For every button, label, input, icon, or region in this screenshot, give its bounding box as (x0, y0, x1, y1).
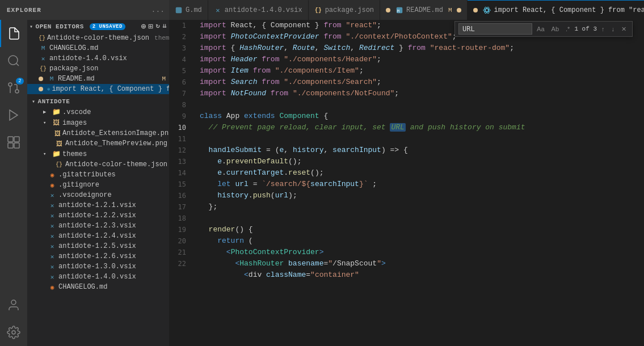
tab-vsix[interactable]: ✕ antidote-1.4.0.vsix (208, 0, 309, 20)
antidote-section-label: ANTIDOTE (38, 98, 70, 105)
changelog-bottom-item[interactable]: ◉ CHANGELOG.md (27, 282, 169, 292)
code-content[interactable]: import React, { Component } from "react"… (195, 20, 644, 346)
vscodeignore-label: .vscodeignore (58, 191, 112, 199)
vsix-140-item[interactable]: ✕ antidote-1.4.0.vsix (27, 272, 169, 282)
run-activity-icon[interactable] (0, 102, 27, 129)
open-editors-header[interactable]: ▾ OPEN EDITORS 2 UNSAVED ⊕ ⊞ ↻ ⇊ (27, 20, 169, 33)
case-sensitive-btn[interactable]: Aa (534, 24, 546, 33)
vsix-icon-123: ✕ (48, 222, 57, 230)
line-num-11: 11 (169, 133, 195, 145)
line-num-9: 9 (169, 111, 195, 122)
vsix-icon-121: ✕ (48, 202, 57, 209)
code-editor[interactable]: 1 2 3 4 5 6 7 8 9 10 11 12 13 14 15 16 1 (169, 20, 644, 346)
antidote-section-header[interactable]: ▾ ANTIDOTE (27, 96, 169, 107)
vsix-124-item[interactable]: ✕ antidote-1.2.4.vsix (27, 231, 169, 241)
tab-g-md[interactable]: G.md (169, 0, 208, 20)
folder-images-icon: 🖼 (52, 119, 61, 127)
code-line-1: import React, { Component } from "react"… (200, 21, 381, 29)
find-prev-btn[interactable]: ↑ (599, 24, 607, 33)
open-editor-item-2[interactable]: ✕ antidote-1.4.0.vsix (27, 53, 169, 64)
open-editors-label: OPEN EDITORS (36, 23, 84, 30)
regex-btn[interactable]: .* (563, 24, 572, 33)
tab-g-md-label: G.md (186, 6, 202, 14)
vsix-123-label: antidote-1.2.3.vsix (58, 222, 136, 230)
line-num-20: 20 (169, 235, 195, 247)
tab-active-icon (483, 6, 491, 14)
vsix-121-item[interactable]: ✕ antidote-1.2.1.vsix (27, 200, 169, 210)
line-num-7: 7 (169, 88, 195, 99)
themes-label: themes (62, 150, 87, 158)
extension-image-item[interactable]: 🖼 Antidote_ExtensionImage.png (27, 128, 169, 138)
new-folder-icon[interactable]: ⊞ (149, 22, 154, 31)
git-icon-ignore: ◉ (48, 182, 57, 189)
find-close-btn[interactable]: ✕ (619, 24, 629, 34)
open-editor-item-1[interactable]: M CHANGELOG.md (27, 43, 169, 53)
tab-readme[interactable]: M README.md M (380, 0, 468, 20)
images-folder-item[interactable]: ▾ 🖼 images (27, 117, 169, 128)
tab-readme-label: README.md (406, 6, 443, 14)
chevron-images-icon: ▾ (43, 120, 50, 126)
gitattributes-label: .gitattributes (58, 171, 116, 179)
open-editors-actions: ⊕ ⊞ ↻ ⇊ (141, 22, 167, 31)
vsix-124-label: antidote-1.2.4.vsix (58, 232, 136, 240)
tab-readme-icon: M (395, 6, 403, 14)
tab-package-json[interactable]: {} package.json (309, 0, 380, 20)
svg-rect-13 (8, 137, 13, 142)
vsix-125-item[interactable]: ✕ antidote-1.2.5.vsix (27, 241, 169, 251)
gitattributes-item[interactable]: ◉ .gitattributes (27, 170, 169, 180)
collapse-icon[interactable]: ⇊ (162, 22, 167, 31)
whole-word-btn[interactable]: Ab (549, 24, 561, 33)
main-layout: 2 (0, 20, 644, 346)
modified-dot-5 (39, 87, 43, 91)
png-icon-theme: 🖼 (54, 140, 64, 147)
line-num-21: 21 (169, 247, 195, 258)
open-editor-label-2: antidote-1.4.0.vsix (49, 54, 127, 62)
tab-active-label: import React, { Component } from "react" (494, 6, 644, 14)
tab-active[interactable]: import React, { Component } from "react" (468, 0, 644, 20)
line-num-10: 10 (169, 122, 195, 133)
find-input[interactable] (458, 23, 532, 35)
open-editor-item-4[interactable]: M README.md M (27, 74, 169, 84)
open-editor-suffix-0: themes (154, 35, 169, 41)
account-activity-icon[interactable] (0, 292, 27, 319)
code-line-13: e.currentTarget.reset(); (200, 168, 324, 177)
gitignore-item[interactable]: ◉ .gitignore (27, 180, 169, 190)
svg-text:M: M (397, 9, 399, 14)
open-editor-item-5[interactable]: ⚛ import React, { Component } from "reac… (27, 84, 169, 94)
files-activity-icon[interactable] (0, 20, 27, 47)
vsix-130-item[interactable]: ✕ antidote-1.3.0.vsix (27, 261, 169, 272)
new-file-icon[interactable]: ⊕ (141, 22, 146, 31)
vsix-126-item[interactable]: ✕ antidote-1.2.6.vsix (27, 251, 169, 261)
theme-preview-item[interactable]: 🖼 Antidote_ThemePreview.png (27, 138, 169, 149)
readme-icon-4: M (47, 75, 56, 82)
vsix-140-label: antidote-1.4.0.vsix (58, 273, 136, 281)
git-icon-attr: ◉ (48, 171, 57, 179)
open-editor-item-0[interactable]: {} Antidote-color-theme.json themes (27, 33, 169, 43)
vsix-icon-124: ✕ (48, 233, 57, 240)
more-options-btn[interactable]: ... (151, 6, 165, 14)
code-line-11: handleSubmit = (e, history, searchInput)… (200, 146, 408, 154)
vscode-folder-item[interactable]: ▶ 📁 .vscode (27, 107, 169, 117)
settings-activity-icon[interactable] (0, 319, 27, 346)
open-editor-item-3[interactable]: {} package.json (27, 64, 169, 74)
find-next-btn[interactable]: ↓ (609, 24, 617, 33)
line-num-14: 14 (169, 167, 195, 179)
vsix-icon-140: ✕ (48, 273, 57, 281)
vscodeignore-item[interactable]: ✕ .vscodeignore (27, 190, 169, 200)
code-line-16: }; (200, 202, 217, 211)
refresh-icon[interactable]: ↻ (156, 22, 161, 31)
find-widget-box: Aa Ab .* 1 of 3 ↑ ↓ ✕ (454, 21, 633, 37)
vsix-123-item[interactable]: ✕ antidote-1.2.3.vsix (27, 221, 169, 231)
code-line-19: return ( (200, 237, 253, 245)
svg-point-9 (15, 90, 19, 93)
themes-folder-item[interactable]: ▾ 📁 themes (27, 149, 169, 159)
source-control-activity-icon[interactable]: 2 (0, 74, 27, 102)
extensions-activity-icon[interactable] (0, 129, 27, 156)
vsix-icon-126: ✕ (48, 253, 57, 260)
vsix-125-label: antidote-1.2.5.vsix (58, 242, 136, 250)
vsix-122-item[interactable]: ✕ antidote-1.2.2.vsix (27, 210, 169, 221)
tab-vsix-label: antidote-1.4.0.vsix (225, 6, 302, 14)
gitignore-label: .gitignore (58, 181, 99, 189)
antidote-color-theme-item[interactable]: {} Antidote-color-theme.json (27, 159, 169, 170)
search-activity-icon[interactable] (0, 47, 27, 74)
